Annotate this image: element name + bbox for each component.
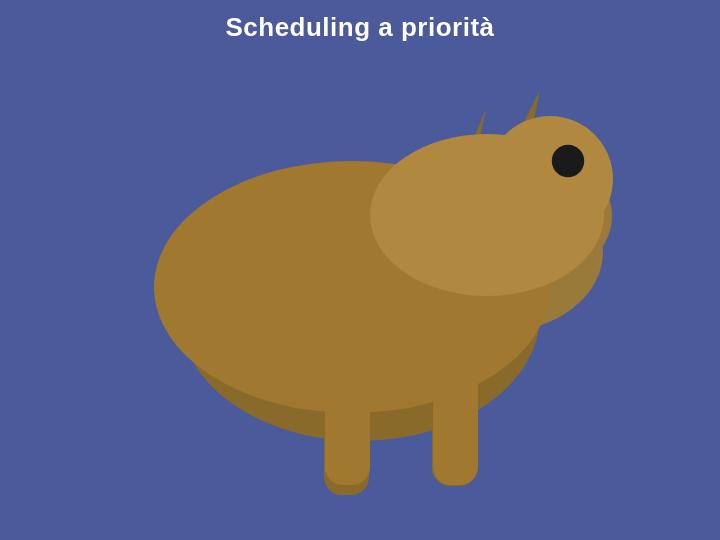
svg-rect-12 [325,386,370,485]
slide: Scheduling a priorità Un valore di prior… [0,0,720,540]
svg-point-10 [552,145,584,177]
svg-rect-11 [433,368,478,485]
dino-bottom-right-icon [0,0,712,512]
svg-point-9 [487,116,613,242]
